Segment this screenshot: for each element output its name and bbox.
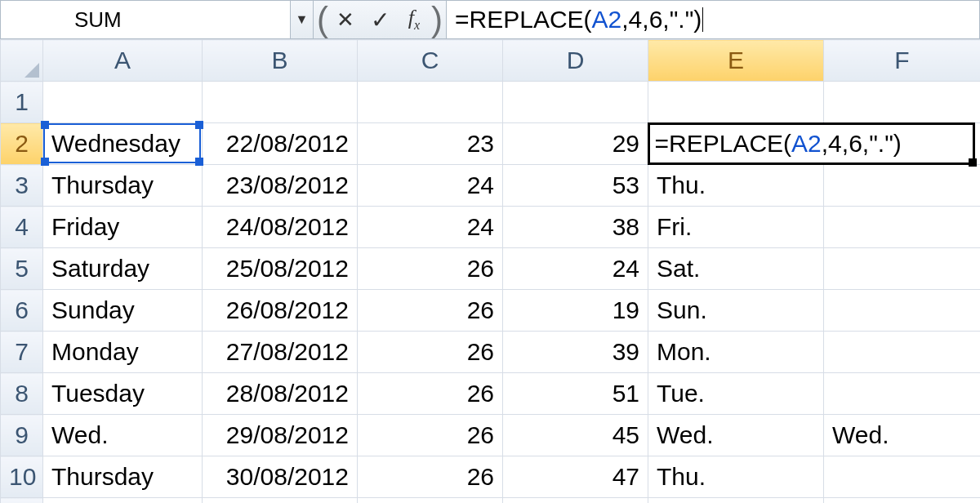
formula-bar: SUM ▼ ( ✕ ✓ fx ) =REPLACE(A2,4,6,".") [0, 0, 980, 39]
cell-C5[interactable]: 26 [358, 248, 503, 290]
row-header-9[interactable]: 9 [1, 415, 43, 456]
cell-B4[interactable]: 24/08/2012 [203, 207, 358, 248]
row-header-10[interactable]: 10 [1, 456, 43, 498]
col-header-C[interactable]: C [358, 40, 503, 82]
row-header-11[interactable]: 11 [1, 498, 43, 504]
fx-icon: fx [408, 6, 420, 33]
cell-A8[interactable]: Tuesday [43, 373, 203, 415]
formula-input[interactable]: =REPLACE(A2,4,6,".") [446, 1, 979, 38]
cell-F1[interactable] [824, 82, 981, 123]
cell-E1[interactable] [648, 82, 824, 123]
cell-A7[interactable]: Monday [43, 332, 203, 373]
cell-A3[interactable]: Thursday [43, 165, 203, 207]
cell-D1[interactable] [503, 82, 648, 123]
cell-E9[interactable]: Wed. [648, 415, 824, 456]
cell-F4[interactable] [824, 207, 981, 248]
insert-function-button[interactable]: fx [398, 3, 430, 36]
cell-C4[interactable]: 24 [358, 207, 503, 248]
enter-button[interactable]: ✓ [363, 3, 396, 36]
cell-A5[interactable]: Saturday [43, 248, 203, 290]
col-header-D[interactable]: D [503, 40, 648, 82]
cell-D9[interactable]: 45 [503, 415, 648, 456]
cell-F7[interactable] [824, 332, 981, 373]
row-header-8[interactable]: 8 [1, 373, 43, 415]
cell-C11[interactable]: 26 [358, 498, 503, 504]
cell-E5[interactable]: Sat. [648, 248, 824, 290]
cell-B11[interactable]: 31/08/2012 [203, 498, 358, 504]
cell-B6[interactable]: 26/08/2012 [203, 290, 358, 332]
cell-C7[interactable]: 26 [358, 332, 503, 373]
editing-cell-suffix: ,4,6,".") [822, 130, 902, 158]
cell-B2[interactable]: 22/08/2012 [203, 123, 358, 165]
cell-C6[interactable]: 26 [358, 290, 503, 332]
row-header-6[interactable]: 6 [1, 290, 43, 332]
cell-D3[interactable]: 53 [503, 165, 648, 207]
row-header-1[interactable]: 1 [1, 82, 43, 123]
cell-C10[interactable]: 26 [358, 456, 503, 498]
cell-C8[interactable]: 26 [358, 373, 503, 415]
select-all-corner[interactable] [1, 40, 43, 82]
cell-A2[interactable]: Wednesday [43, 123, 203, 165]
col-header-F[interactable]: F [824, 40, 981, 82]
cell-A6[interactable]: Sunday [43, 290, 203, 332]
cell-D5[interactable]: 24 [503, 248, 648, 290]
cell-A10[interactable]: Thursday [43, 456, 203, 498]
cell-D11[interactable]: 40 [503, 498, 648, 504]
cell-C9[interactable]: 26 [358, 415, 503, 456]
table-row: 5Saturday25/08/20122624Sat. [1, 248, 981, 290]
row-header-7[interactable]: 7 [1, 332, 43, 373]
name-box-dropdown[interactable]: ▼ [291, 1, 314, 38]
cell-C1[interactable] [358, 82, 503, 123]
cell-E10[interactable]: Thu. [648, 456, 824, 498]
cell-E8[interactable]: Tue. [648, 373, 824, 415]
worksheet-grid[interactable]: A B C D E F 12Wednesday22/08/201223293Th… [0, 39, 980, 503]
row-header-4[interactable]: 4 [1, 207, 43, 248]
col-header-A[interactable]: A [43, 40, 203, 82]
cell-B3[interactable]: 23/08/2012 [203, 165, 358, 207]
row-header-5[interactable]: 5 [1, 248, 43, 290]
editing-cell[interactable]: =REPLACE(A2,4,6,".") [648, 122, 975, 165]
row-header-3[interactable]: 3 [1, 165, 43, 207]
formula-text-prefix: =REPLACE( [455, 6, 592, 33]
table-row: 6Sunday26/08/20122619Sun. [1, 290, 981, 332]
chevron-down-icon: ▼ [296, 12, 309, 27]
cell-D10[interactable]: 47 [503, 456, 648, 498]
cell-A1[interactable] [43, 82, 203, 123]
cell-E7[interactable]: Mon. [648, 332, 824, 373]
cell-F9[interactable]: Wed. [824, 415, 981, 456]
cell-D4[interactable]: 38 [503, 207, 648, 248]
cell-B9[interactable]: 29/08/2012 [203, 415, 358, 456]
cell-D8[interactable]: 51 [503, 373, 648, 415]
name-box[interactable]: SUM [1, 1, 291, 38]
col-header-E[interactable]: E [648, 40, 824, 82]
sheet-table: A B C D E F 12Wednesday22/08/201223293Th… [0, 39, 980, 503]
cell-A11[interactable]: Friday [43, 498, 203, 504]
cell-D7[interactable]: 39 [503, 332, 648, 373]
cell-C2[interactable]: 23 [358, 123, 503, 165]
cell-B5[interactable]: 25/08/2012 [203, 248, 358, 290]
cell-B1[interactable] [203, 82, 358, 123]
cell-F11[interactable] [824, 498, 981, 504]
cell-D2[interactable]: 29 [503, 123, 648, 165]
cell-F8[interactable] [824, 373, 981, 415]
cell-E6[interactable]: Sun. [648, 290, 824, 332]
cell-F5[interactable] [824, 248, 981, 290]
cell-A9[interactable]: Wed. [43, 415, 203, 456]
cell-B8[interactable]: 28/08/2012 [203, 373, 358, 415]
cell-A4[interactable]: Friday [43, 207, 203, 248]
cell-F10[interactable] [824, 456, 981, 498]
cell-E11[interactable]: Fri. [648, 498, 824, 504]
fill-handle[interactable] [969, 158, 977, 167]
cell-B7[interactable]: 27/08/2012 [203, 332, 358, 373]
cell-B10[interactable]: 30/08/2012 [203, 456, 358, 498]
cell-D6[interactable]: 19 [503, 290, 648, 332]
row-header-2[interactable]: 2 [1, 123, 43, 165]
cell-E4[interactable]: Fri. [648, 207, 824, 248]
cancel-button[interactable]: ✕ [329, 3, 362, 36]
col-header-B[interactable]: B [203, 40, 358, 82]
cell-C3[interactable]: 24 [358, 165, 503, 207]
cell-F6[interactable] [824, 290, 981, 332]
cell-F3[interactable] [824, 165, 981, 207]
text-cursor [702, 7, 703, 32]
cell-E3[interactable]: Thu. [648, 165, 824, 207]
